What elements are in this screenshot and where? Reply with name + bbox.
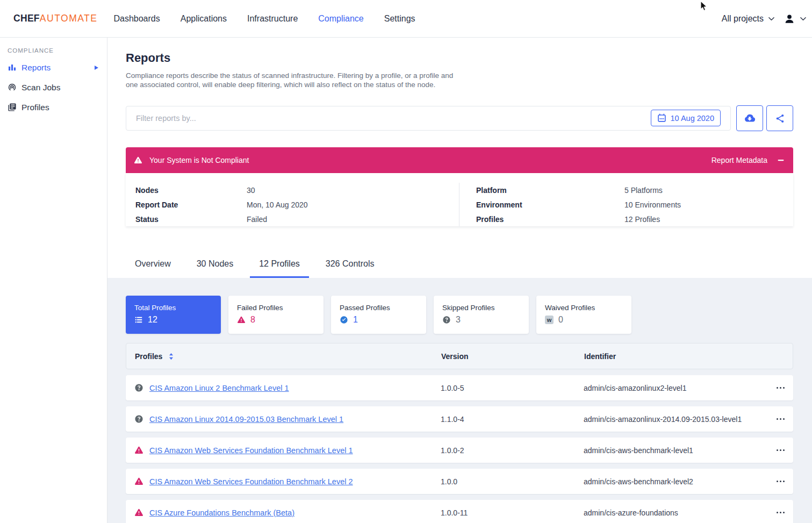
radar-icon bbox=[8, 83, 17, 92]
metadata-value: Failed bbox=[247, 215, 267, 224]
profile-link[interactable]: CIS Amazon Linux 2 Benchmark Level 1 bbox=[149, 384, 289, 392]
profile-name-cell: CIS Amazon Web Services Foundation Bench… bbox=[134, 477, 441, 486]
filter-input[interactable] bbox=[136, 114, 620, 123]
card-value-row: 12 bbox=[134, 315, 212, 325]
projects-filter-label[interactable]: All projects bbox=[722, 14, 764, 24]
nav-settings[interactable]: Settings bbox=[384, 14, 415, 24]
table-row: CIS Amazon Web Services Foundation Bench… bbox=[126, 469, 793, 494]
report-metadata-panel: Nodes30 Report DateMon, 10 Aug 2020 Stat… bbox=[126, 173, 793, 226]
row-options-ellipsis[interactable] bbox=[768, 512, 785, 514]
question-circle-icon bbox=[134, 414, 143, 424]
page-title: Reports bbox=[126, 52, 793, 65]
profiles-table-header: Profiles Version Identifier bbox=[126, 343, 793, 369]
banner-message: Your System is Not Compliant bbox=[149, 156, 249, 164]
logo-chef: CHEF bbox=[13, 13, 40, 24]
metadata-row: StatusFailed bbox=[135, 212, 459, 226]
row-options-ellipsis[interactable] bbox=[768, 418, 785, 420]
profile-identifier: admin/cis-amazonlinux-2014.09-2015.03-le… bbox=[584, 415, 768, 424]
sidebar-item-reports[interactable]: Reports bbox=[0, 58, 107, 77]
card-value-row: 1 bbox=[340, 315, 418, 325]
profile-identifier: admin/cis-amazonlinux2-level1 bbox=[584, 384, 768, 392]
row-options-ellipsis[interactable] bbox=[768, 449, 785, 452]
card-waived-profiles[interactable]: Waived Profiles w 0 bbox=[536, 296, 631, 334]
metadata-label: Profiles bbox=[476, 215, 624, 224]
profile-link[interactable]: CIS Amazon Web Services Foundation Bench… bbox=[149, 477, 353, 486]
table-row: CIS Amazon Web Services Foundation Bench… bbox=[126, 438, 793, 463]
metadata-label: Platform bbox=[476, 186, 624, 195]
profile-link[interactable]: CIS Amazon Linux 2014.09-2015.03 Benchma… bbox=[149, 415, 343, 424]
calendar-icon bbox=[657, 113, 666, 123]
metadata-label: Status bbox=[135, 215, 247, 224]
tab-nodes[interactable]: 30 Nodes bbox=[188, 259, 243, 278]
metadata-row: Platform5 Platforms bbox=[476, 183, 793, 197]
column-header-identifier: Identifier bbox=[584, 352, 768, 361]
nav-applications[interactable]: Applications bbox=[181, 14, 227, 24]
sidebar-item-label: Reports bbox=[21, 63, 51, 73]
card-value: 3 bbox=[456, 315, 461, 325]
main-content: Reports Compliance reports describe the … bbox=[107, 38, 812, 523]
profile-identifier: admin/cis-aws-benchmark-level2 bbox=[584, 477, 768, 486]
sidebar-item-scan-jobs[interactable]: Scan Jobs bbox=[0, 77, 107, 97]
profile-link[interactable]: CIS Amazon Web Services Foundation Bench… bbox=[149, 446, 353, 455]
logo-automate: AUTOMATE bbox=[40, 13, 98, 24]
profile-version: 1.0.0-5 bbox=[441, 384, 584, 392]
sidebar-item-profiles[interactable]: Profiles bbox=[0, 97, 107, 117]
profile-status-cards: Total Profiles 12 Failed Profiles 8 Pass… bbox=[126, 296, 793, 334]
user-avatar-icon[interactable] bbox=[784, 13, 795, 25]
card-value-row: 3 bbox=[442, 315, 520, 325]
profile-version: 1.1.0-4 bbox=[441, 415, 584, 424]
profile-identifier: admin/cis-azure-foundations bbox=[584, 508, 768, 517]
metadata-value: 10 Environments bbox=[624, 200, 681, 209]
chevron-down-icon[interactable] bbox=[768, 17, 774, 21]
tab-profiles[interactable]: 12 Profiles bbox=[250, 259, 309, 278]
profile-name-cell: CIS Amazon Linux 2 Benchmark Level 1 bbox=[134, 383, 441, 392]
document-icon bbox=[8, 103, 17, 112]
date-picker-button[interactable]: 10 Aug 2020 bbox=[651, 110, 721, 126]
sort-icon[interactable] bbox=[169, 353, 174, 360]
compliance-sidebar: COMPLIANCE Reports Scan Jobs Profiles bbox=[0, 38, 107, 523]
card-passed-profiles[interactable]: Passed Profiles 1 bbox=[331, 296, 426, 334]
warning-triangle-icon bbox=[134, 477, 143, 486]
profile-name-cell: CIS Amazon Linux 2014.09-2015.03 Benchma… bbox=[134, 414, 441, 424]
metadata-row: Environment10 Environments bbox=[476, 197, 793, 212]
card-title: Skipped Profiles bbox=[442, 304, 520, 312]
row-options-ellipsis[interactable] bbox=[768, 481, 785, 483]
card-failed-profiles[interactable]: Failed Profiles 8 bbox=[228, 296, 324, 334]
card-total-profiles[interactable]: Total Profiles 12 bbox=[126, 296, 221, 334]
chef-automate-logo[interactable]: CHEFAUTOMATE bbox=[13, 13, 97, 24]
profile-link[interactable]: CIS Azure Foundations Benchmark (Beta) bbox=[149, 508, 294, 517]
warning-triangle-icon bbox=[134, 446, 143, 455]
metadata-row: Profiles12 Profiles bbox=[476, 212, 793, 226]
tab-overview[interactable]: Overview bbox=[126, 259, 180, 278]
nav-dashboards[interactable]: Dashboards bbox=[113, 14, 160, 24]
column-header-profiles[interactable]: Profiles bbox=[135, 352, 162, 361]
nav-infrastructure[interactable]: Infrastructure bbox=[247, 14, 298, 24]
bar-chart-icon bbox=[8, 63, 17, 71]
card-skipped-profiles[interactable]: Skipped Profiles 3 bbox=[434, 296, 529, 334]
main-nav: Dashboards Applications Infrastructure C… bbox=[113, 14, 415, 24]
chef-automate-app: CHEFAUTOMATE Dashboards Applications Inf… bbox=[0, 0, 812, 523]
user-menu-chevron-down-icon[interactable] bbox=[800, 17, 806, 21]
metadata-value: 12 Profiles bbox=[624, 215, 660, 224]
card-value: 8 bbox=[250, 315, 255, 325]
card-value: 12 bbox=[148, 315, 157, 325]
metadata-value: Mon, 10 Aug 2020 bbox=[247, 200, 308, 209]
metadata-right-column: Platform5 Platforms Environment10 Enviro… bbox=[459, 183, 793, 226]
sidebar-item-label: Profiles bbox=[21, 103, 49, 112]
expand-arrow-icon[interactable] bbox=[94, 65, 99, 70]
profile-identifier: admin/cis-aws-benchmark-level1 bbox=[584, 446, 768, 455]
page-description: Compliance reports describe the status o… bbox=[126, 71, 462, 89]
metadata-row: Nodes30 bbox=[135, 183, 459, 197]
column-header-version: Version bbox=[441, 352, 584, 361]
nav-compliance[interactable]: Compliance bbox=[318, 14, 363, 24]
row-options-ellipsis[interactable] bbox=[768, 387, 785, 389]
share-report-button[interactable] bbox=[766, 105, 793, 131]
tab-controls[interactable]: 326 Controls bbox=[317, 259, 384, 278]
warning-triangle-icon bbox=[237, 316, 246, 324]
metadata-left-column: Nodes30 Report DateMon, 10 Aug 2020 Stat… bbox=[126, 183, 459, 226]
collapse-minus-icon[interactable] bbox=[778, 157, 784, 163]
compliance-status-banner: Your System is Not Compliant Report Meta… bbox=[126, 147, 793, 173]
table-row: CIS Amazon Linux 2 Benchmark Level 1 1.0… bbox=[126, 375, 793, 400]
download-report-button[interactable] bbox=[736, 105, 763, 131]
report-metadata-toggle[interactable]: Report Metadata bbox=[712, 156, 767, 164]
